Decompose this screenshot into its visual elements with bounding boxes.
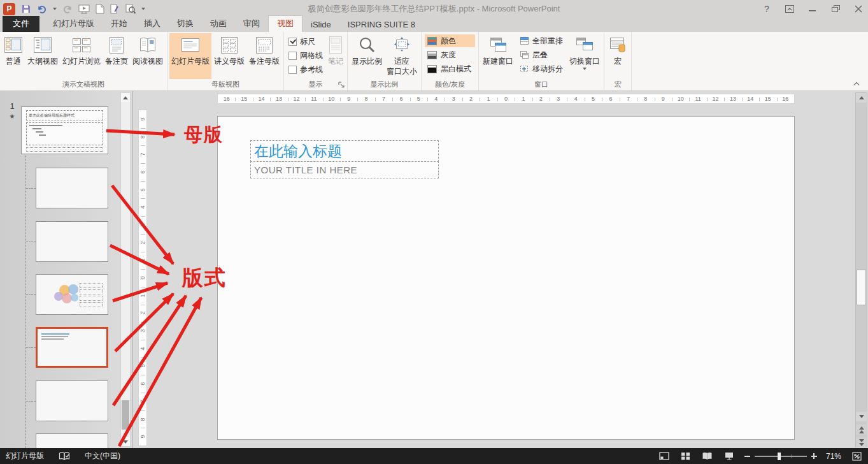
- ruler-checkbox-label: 标尺: [300, 36, 315, 47]
- vruler-number: 3: [139, 216, 146, 234]
- notes-master-button[interactable]: 备注母版: [247, 33, 281, 79]
- help-button[interactable]: ?: [761, 3, 772, 15]
- new-window-button[interactable]: 新建窗口: [481, 33, 515, 79]
- canvas-scroll-up-icon[interactable]: [856, 93, 867, 103]
- color-mode-button[interactable]: 颜色: [425, 34, 475, 47]
- collapse-ribbon-button[interactable]: [851, 79, 862, 88]
- group-show: 标尺 网格线 参考线 笔记 显示: [284, 32, 348, 91]
- zoom-slider[interactable]: [755, 456, 807, 457]
- layout-thumbnail-4[interactable]: [36, 274, 108, 315]
- zoom-button[interactable]: 显示比例: [350, 33, 384, 79]
- canvas-scrollbar-thumb[interactable]: [857, 270, 866, 305]
- move-split-button[interactable]: 移动拆分: [517, 62, 566, 75]
- fit-to-window-button[interactable]: 适应 窗口大小: [385, 33, 419, 79]
- slide-editing-canvas[interactable]: 在此输入标题 YOUR TITLE IN HERE: [217, 116, 795, 440]
- fit-slide-to-window-icon[interactable]: [850, 450, 863, 463]
- hruler-number: 11: [305, 94, 322, 103]
- title-placeholder[interactable]: 在此输入标题: [250, 140, 439, 162]
- zoom-level[interactable]: 71%: [826, 452, 841, 461]
- canvas-scroll-down-icon[interactable]: [856, 412, 867, 421]
- color-mode-label: 颜色: [441, 36, 456, 47]
- gridlines-checkbox[interactable]: [288, 52, 297, 60]
- notes-page-button[interactable]: 备注页: [103, 33, 130, 79]
- powerpoint-logo-icon[interactable]: P: [3, 3, 15, 15]
- show-dialog-launcher-icon[interactable]: [338, 82, 346, 89]
- tab-切换[interactable]: 切换: [169, 16, 202, 32]
- tab-文件[interactable]: 文件: [3, 16, 39, 32]
- hruler-number: 14: [253, 94, 270, 103]
- tab-开始[interactable]: 开始: [103, 16, 136, 32]
- spell-check-icon[interactable]: [58, 450, 71, 463]
- titlebar: P 极简创意彩色圆形年终工作总结PPT模板.pptx - Microsoft P…: [0, 0, 868, 18]
- arrange-all-button[interactable]: 全部重排: [517, 34, 566, 47]
- reading-view-button[interactable]: 阅读视图: [131, 33, 165, 79]
- zoom-in-button[interactable]: [811, 453, 817, 459]
- slide-sorter-button[interactable]: 幻灯片浏览: [60, 33, 103, 79]
- normal-view-status-icon[interactable]: [658, 450, 671, 463]
- black-white-button[interactable]: 黑白模式: [425, 62, 475, 75]
- guides-checkbox-label: 参考线: [300, 64, 323, 75]
- tab-ISPRING SUITE 8[interactable]: ISPRING SUITE 8: [339, 18, 423, 32]
- start-slideshow-icon[interactable]: [78, 3, 90, 15]
- ribbon-display-options-button[interactable]: [784, 3, 795, 15]
- tab-视图[interactable]: 视图: [268, 15, 302, 32]
- hruler-number: 12: [707, 94, 724, 103]
- restore-button[interactable]: [830, 3, 841, 15]
- minimize-button[interactable]: [807, 3, 818, 15]
- slide-sorter-status-icon[interactable]: [679, 450, 692, 463]
- handout-master-button[interactable]: 讲义母版: [212, 33, 246, 79]
- hruler-number: 16: [777, 94, 794, 103]
- guides-checkbox-row[interactable]: 参考线: [288, 62, 323, 76]
- layout-thumbnail-6[interactable]: [36, 381, 108, 421]
- tab-iSlide[interactable]: iSlide: [302, 18, 339, 32]
- layout-thumbnail-2[interactable]: [36, 168, 108, 208]
- vruler-number: 6: [139, 163, 146, 181]
- zoom-out-button[interactable]: [744, 456, 750, 457]
- ruler-checkbox-row[interactable]: 标尺: [288, 34, 323, 48]
- guides-checkbox[interactable]: [288, 66, 297, 74]
- switch-windows-button[interactable]: 切换窗口: [567, 33, 602, 79]
- layout-thumbnail-7[interactable]: [36, 433, 108, 448]
- new-document-icon[interactable]: [96, 3, 104, 15]
- undo-icon[interactable]: [37, 3, 47, 15]
- hruler-number: 5: [410, 94, 427, 103]
- slide-master-button[interactable]: 幻灯片母版: [169, 33, 211, 79]
- connector-stub: [26, 401, 36, 402]
- macros-button[interactable]: 宏: [606, 33, 629, 79]
- cascade-button[interactable]: 层叠: [517, 48, 566, 61]
- grayscale-button[interactable]: 灰度: [425, 48, 475, 61]
- tab-动画[interactable]: 动画: [202, 16, 235, 32]
- switch-windows-icon: [575, 35, 594, 55]
- outline-view-button[interactable]: 大纲视图: [25, 33, 60, 79]
- slideshow-status-icon[interactable]: [723, 450, 736, 463]
- undo-dropdown-icon[interactable]: [53, 8, 57, 10]
- panel-scroll-down-icon[interactable]: [121, 437, 130, 446]
- grayscale-swatch-icon: [427, 51, 437, 59]
- ribbon: 普通 大纲视图 幻灯片浏览 备注页 阅读视图 演示文稿视图: [0, 32, 868, 91]
- notes-page-icon: [109, 35, 124, 55]
- customize-qat-icon[interactable]: [141, 8, 145, 10]
- statusbar-language[interactable]: 中文(中国): [85, 451, 120, 461]
- reading-view-status-icon[interactable]: [701, 450, 714, 463]
- close-button[interactable]: [853, 3, 864, 15]
- canvas-scrollbar[interactable]: [855, 92, 867, 447]
- ruler-checkbox[interactable]: [288, 38, 297, 46]
- vruler-number: 2: [139, 234, 146, 252]
- panel-scroll-up-icon[interactable]: [121, 93, 130, 102]
- thumbnail-panel-scrollbar[interactable]: [120, 92, 131, 447]
- tab-幻灯片母版[interactable]: 幻灯片母版: [45, 16, 103, 32]
- layout-thumbnail-5[interactable]: [36, 327, 108, 368]
- print-preview-icon[interactable]: [125, 3, 136, 15]
- gridlines-checkbox-row[interactable]: 网格线: [288, 48, 323, 62]
- next-slide-button[interactable]: [856, 437, 867, 447]
- subtitle-placeholder[interactable]: YOUR TITLE IN HERE: [250, 161, 439, 178]
- save-icon[interactable]: [21, 3, 31, 15]
- layout-thumbnail-3[interactable]: [36, 221, 108, 262]
- tab-审阅[interactable]: 审阅: [235, 16, 268, 32]
- normal-view-button[interactable]: 普通: [2, 33, 25, 79]
- tab-插入[interactable]: 插入: [136, 16, 169, 32]
- panel-scrollbar-thumb[interactable]: [122, 400, 129, 430]
- zoom-slider-thumb[interactable]: [778, 453, 781, 460]
- edit-document-icon[interactable]: [110, 3, 120, 15]
- previous-slide-button[interactable]: [856, 424, 867, 435]
